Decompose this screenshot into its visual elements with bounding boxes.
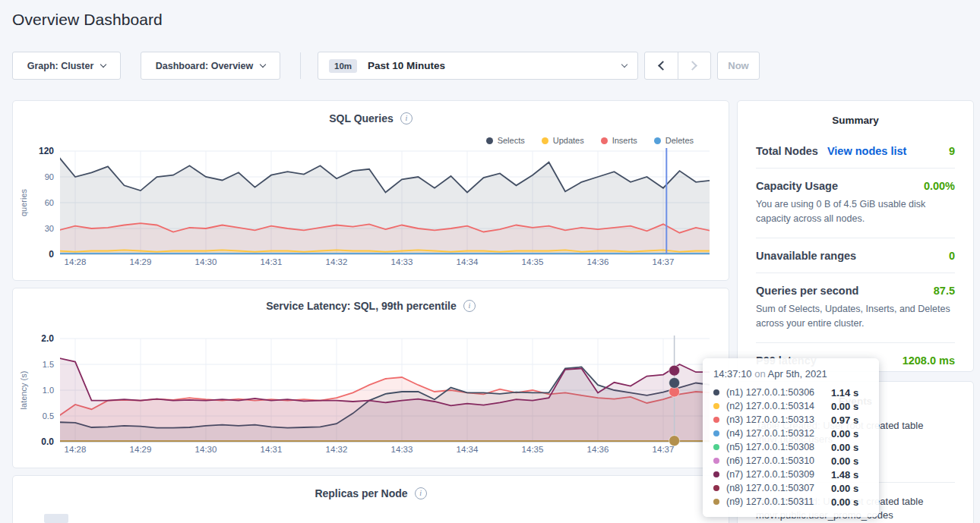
legend-dot-icon: [486, 137, 493, 144]
replicas-per-node-chart-panel: Replicas per Node i: [12, 475, 729, 523]
info-icon[interactable]: i: [400, 112, 413, 124]
tooltip-node-name: (n7) 127.0.0.1:50309: [726, 469, 831, 480]
service-latency-chart-panel: Service Latency: SQL, 99th percentile i …: [12, 288, 729, 468]
legend-label: Updates: [553, 136, 584, 145]
y-axis-tick: 30: [45, 224, 54, 233]
summary-title: Summary: [738, 101, 973, 126]
page-title: Overview Dashboard: [12, 11, 163, 29]
graph-dropdown[interactable]: Graph: Cluster: [12, 52, 121, 80]
tooltip-node-value: 1.14 s: [831, 387, 858, 399]
prev-range-button[interactable]: [645, 52, 678, 79]
dashboard-dropdown-label: Dashboard: Overview: [156, 61, 254, 71]
x-axis-tick: 14:28: [65, 257, 87, 266]
info-icon[interactable]: i: [463, 300, 476, 312]
y-axis-tick: 0.5: [43, 411, 54, 421]
info-icon[interactable]: i: [415, 487, 427, 499]
tooltip-on: on: [754, 368, 765, 380]
dashboard-dropdown[interactable]: Dashboard: Overview: [141, 52, 280, 80]
legend-label: Inserts: [612, 136, 637, 145]
hover-data-dot: [669, 436, 680, 446]
legend-item-inserts[interactable]: Inserts: [601, 136, 637, 145]
chart3-axis-partial: [44, 514, 68, 523]
series-dot-icon: [713, 485, 719, 491]
now-button[interactable]: Now: [717, 52, 760, 80]
summary-description: Sum of Selects, Updates, Inserts, and De…: [756, 302, 955, 332]
tooltip-row: (n8) 127.0.0.1:503070.00 s: [713, 481, 868, 495]
tooltip-node-value: 0.00 s: [831, 401, 858, 412]
x-axis-tick: 14:33: [391, 445, 413, 454]
series-dot-icon: [713, 471, 719, 477]
tooltip-node-value: 0.00 s: [831, 496, 858, 508]
legend-label: Selects: [498, 136, 525, 145]
legend-item-selects[interactable]: Selects: [486, 136, 525, 145]
x-axis-tick: 14:30: [195, 445, 217, 454]
tooltip-node-value: 1.48 s: [831, 469, 858, 480]
summary-value: 1208.0 ms: [903, 354, 955, 367]
sql-queries-chart[interactable]: 14:2814:2914:3014:3114:3214:3314:3414:35…: [13, 147, 729, 269]
overview-dashboard-screen: Overview Dashboard Graph: Cluster Dashbo…: [0, 0, 980, 523]
toolbar-divider: [300, 52, 301, 79]
summary-label: Total Nodes: [756, 145, 818, 157]
tooltip-node-value: 0.00 s: [831, 483, 858, 494]
hover-data-dot: [669, 365, 680, 376]
summary-row-qps: Queries per second 87.5 Sum of Selects, …: [756, 273, 955, 342]
legend-item-deletes[interactable]: Deletes: [654, 136, 694, 145]
tooltip-row: (n4) 127.0.0.1:503120.00 s: [713, 427, 868, 440]
summary-label: Unavailable ranges: [756, 250, 856, 262]
y-axis-tick: 1.0: [43, 386, 54, 395]
tooltip-row: (n9) 127.0.0.1:503110.00 s: [713, 495, 868, 509]
chevron-right-icon: [688, 61, 698, 71]
y-axis-label: queries: [19, 188, 28, 216]
legend-label: Deletes: [665, 136, 694, 145]
summary-value: 0: [949, 250, 955, 262]
tooltip-time: 14:37:10: [713, 368, 752, 380]
summary-value: 0.00%: [924, 180, 955, 192]
y-axis-label: latency (s): [19, 371, 28, 410]
tooltip-timestamp: 14:37:10 on Apr 5th, 2021: [713, 368, 868, 380]
tooltip-row: (n5) 127.0.0.1:503080.00 s: [713, 440, 868, 454]
x-axis-tick: 14:36: [587, 445, 609, 454]
series-dot-icon: [713, 389, 719, 395]
summary-row-capacity: Capacity Usage 0.00% You are using 0 B o…: [756, 168, 955, 238]
tooltip-node-name: (n8) 127.0.0.1:50307: [726, 483, 831, 493]
tooltip-node-name: (n5) 127.0.0.1:50308: [726, 442, 831, 452]
tooltip-row: (n2) 127.0.0.1:503140.00 s: [713, 399, 868, 413]
summary-row-unavailable-ranges: Unavailable ranges 0: [756, 238, 955, 273]
next-range-button[interactable]: [678, 52, 710, 79]
series-dot-icon: [713, 444, 719, 450]
legend-dot-icon: [654, 137, 661, 144]
x-axis-tick: 14:33: [391, 257, 413, 266]
x-axis-tick: 14:29: [130, 257, 152, 266]
x-axis-tick: 14:34: [457, 257, 479, 266]
x-axis-tick: 14:32: [326, 445, 348, 454]
tooltip-row: (n7) 127.0.0.1:503091.48 s: [713, 468, 868, 481]
tooltip-row: (n6) 127.0.0.1:503100.00 s: [713, 454, 868, 468]
summary-row-total-nodes: Total Nodes View nodes list 9: [756, 134, 955, 168]
chevron-down-icon: [260, 61, 266, 68]
graph-dropdown-label: Graph: Cluster: [27, 61, 94, 71]
chevron-down-icon: [100, 61, 106, 68]
view-nodes-list-link[interactable]: View nodes list: [827, 145, 907, 157]
summary-value: 87.5: [934, 285, 955, 297]
legend-item-updates[interactable]: Updates: [542, 136, 584, 145]
chart-legend: SelectsUpdatesInsertsDeletes: [486, 136, 694, 145]
time-range-badge: 10m: [329, 59, 357, 73]
service-latency-chart[interactable]: 14:2814:2914:3014:3114:3214:3314:3414:35…: [13, 334, 729, 457]
chevron-down-icon: [621, 61, 628, 68]
x-axis-tick: 14:31: [261, 445, 283, 454]
tooltip-row: (n3) 127.0.0.1:503130.97 s: [713, 413, 868, 427]
y-axis-tick: 0: [49, 249, 54, 260]
tooltip-node-value: 0.00 s: [831, 455, 858, 467]
x-axis-tick: 14:36: [587, 257, 609, 266]
tooltip-node-name: (n6) 127.0.0.1:50310: [726, 455, 831, 466]
chart-hover-tooltip: 14:37:10 on Apr 5th, 2021 (n1) 127.0.0.1…: [703, 358, 879, 517]
x-axis-tick: 14:37: [653, 257, 675, 266]
legend-dot-icon: [601, 137, 608, 144]
summary-label: Queries per second: [756, 285, 858, 297]
y-axis-tick: 90: [45, 172, 54, 181]
time-range-label: Past 10 Minutes: [368, 60, 445, 71]
chart-title: Service Latency: SQL, 99th percentile: [266, 300, 457, 312]
time-range-dropdown[interactable]: 10m Past 10 Minutes: [318, 52, 638, 80]
tooltip-node-value: 0.00 s: [831, 442, 858, 453]
y-axis-tick: 120: [39, 147, 54, 156]
